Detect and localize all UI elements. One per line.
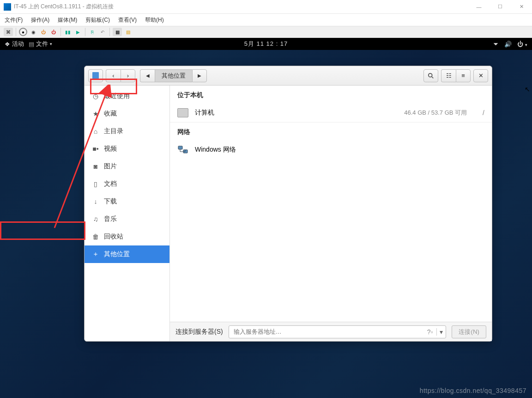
power-menu-icon[interactable]: ⏻ ▾ bbox=[517, 41, 527, 48]
list-item-computer[interactable]: 计算机 46.4 GB / 53.7 GB 可用 / bbox=[170, 103, 492, 122]
fm-content: 位于本机 计算机 46.4 GB / 53.7 GB 可用 / 网络 Windo… bbox=[170, 86, 492, 341]
video-icon: ■• bbox=[92, 145, 99, 153]
help-icon[interactable]: ?◦ bbox=[423, 328, 437, 336]
svg-line-1 bbox=[432, 76, 434, 78]
gnome-topbar: ❖ 活动 ▤ 文件 ▾ 5月 11 12 : 17 ⏷ 🔊 ⏻ ▾ bbox=[0, 38, 532, 50]
download-icon: ↓ bbox=[92, 198, 99, 205]
activities-icon: ❖ bbox=[5, 41, 10, 48]
camera-icon: ◙ bbox=[92, 163, 99, 170]
svg-rect-2 bbox=[178, 146, 182, 149]
plus-icon: ＋ bbox=[92, 250, 99, 258]
sidebar-item-pictures[interactable]: ◙图片 bbox=[85, 158, 169, 175]
path-next[interactable]: ▶ bbox=[192, 69, 207, 82]
sidebar-item-music[interactable]: ♫音乐 bbox=[85, 210, 169, 228]
computer-label: 计算机 bbox=[195, 109, 214, 117]
window-close-button[interactable]: ✕ bbox=[473, 69, 488, 82]
list-item-windows-network[interactable]: Windows 网络 bbox=[170, 140, 492, 159]
toolbar: ⌘ ● ◉ ⏻ ⏻ ▮▮ ▶ ⎘ ↶ ▦ ▤ bbox=[0, 26, 532, 38]
vm-display: ❖ 活动 ▤ 文件 ▾ 5月 11 12 : 17 ⏷ 🔊 ⏻ ▾ bbox=[0, 38, 532, 398]
fm-places-icon[interactable] bbox=[88, 69, 103, 82]
clock[interactable]: 5月 11 12 : 17 bbox=[244, 40, 288, 48]
sidebar-item-recent[interactable]: ◷最近使用 bbox=[85, 87, 169, 105]
menu-media[interactable]: 媒体(M) bbox=[58, 16, 77, 24]
sidebar-item-starred[interactable]: ★收藏 bbox=[85, 105, 169, 122]
files-icon: ▤ bbox=[29, 41, 34, 48]
back-button[interactable]: ‹ bbox=[106, 69, 121, 82]
star-icon: ★ bbox=[92, 110, 99, 117]
connect-label: 连接到服务器(S) bbox=[175, 328, 223, 336]
menu-file[interactable]: 文件(F) bbox=[5, 16, 23, 24]
power-icon[interactable]: ⏻ bbox=[49, 28, 58, 36]
fm-header: ‹ › ◀ 其他位置 ▶ ☷ ≡ ✕ bbox=[85, 66, 492, 86]
network-icon bbox=[177, 145, 188, 154]
path-bar: ◀ 其他位置 ▶ bbox=[140, 69, 207, 82]
connect-button[interactable]: 连接(N) bbox=[452, 325, 486, 338]
menu-action[interactable]: 操作(A) bbox=[31, 16, 49, 24]
windows-network-label: Windows 网络 bbox=[195, 146, 236, 154]
ctrl-alt-del-icon[interactable]: ⌘ bbox=[4, 28, 13, 36]
music-icon: ♫ bbox=[92, 215, 99, 223]
start-icon[interactable]: ● bbox=[19, 28, 27, 36]
list-view-button[interactable]: ☷ bbox=[441, 69, 456, 82]
enhanced-icon[interactable]: ▦ bbox=[113, 28, 122, 36]
checkpoint-icon[interactable]: ⎘ bbox=[88, 28, 97, 36]
sidebar-item-documents[interactable]: ▯文档 bbox=[85, 175, 169, 193]
window-titlebar: IT-45 上的 CentOs8.1.1911 - 虚拟机连接 — ☐ ✕ bbox=[0, 0, 532, 14]
app-icon bbox=[4, 3, 11, 11]
sidebar-item-home[interactable]: ⌂主目录 bbox=[85, 122, 169, 140]
path-current[interactable]: 其他位置 bbox=[155, 69, 192, 82]
network-section-header: 网络 bbox=[170, 122, 492, 140]
close-button[interactable]: ✕ bbox=[511, 0, 532, 14]
stop-icon[interactable]: ◉ bbox=[29, 28, 37, 36]
guest-desktop[interactable]: ❖ 活动 ▤ 文件 ▾ 5月 11 12 : 17 ⏷ 🔊 ⏻ ▾ bbox=[0, 38, 532, 398]
volume-icon[interactable]: 🔊 bbox=[504, 41, 512, 48]
search-button[interactable] bbox=[423, 69, 438, 82]
share-icon[interactable]: ▤ bbox=[124, 28, 132, 36]
local-section-header: 位于本机 bbox=[170, 86, 492, 103]
watermark: https://blog.csdn.net/qq_33498457 bbox=[420, 387, 526, 394]
server-address-wrap: ?◦ ▾ bbox=[229, 325, 447, 338]
maximize-button[interactable]: ☐ bbox=[490, 0, 511, 14]
svg-point-0 bbox=[429, 73, 432, 77]
play-icon[interactable]: ▶ bbox=[74, 28, 82, 36]
fm-footer: 连接到服务器(S) ?◦ ▾ 连接(N) bbox=[170, 322, 492, 341]
address-history-dropdown[interactable]: ▾ bbox=[437, 328, 446, 336]
shutdown-icon[interactable]: ⏻ bbox=[39, 28, 48, 36]
home-icon: ⌂ bbox=[92, 128, 99, 135]
fm-body: ◷最近使用 ★收藏 ⌂主目录 ■•视频 ◙图片 ▯文档 ↓下载 ♫音乐 🗑回收站… bbox=[85, 86, 492, 341]
pause-icon[interactable]: ▮▮ bbox=[64, 28, 72, 36]
app-menu[interactable]: ▤ 文件 ▾ bbox=[29, 40, 52, 48]
sidebar-item-trash[interactable]: 🗑回收站 bbox=[85, 228, 169, 245]
activities-button[interactable]: ❖ 活动 bbox=[5, 40, 24, 48]
network-icon[interactable]: ⏷ bbox=[493, 41, 499, 48]
window-title: IT-45 上的 CentOs8.1.1911 - 虚拟机连接 bbox=[14, 3, 468, 11]
document-icon: ▯ bbox=[92, 180, 99, 188]
storage-text: 46.4 GB / 53.7 GB 可用 bbox=[404, 109, 467, 117]
sidebar-item-videos[interactable]: ■•视频 bbox=[85, 140, 169, 158]
trash-icon: 🗑 bbox=[92, 233, 99, 240]
menubar: 文件(F) 操作(A) 媒体(M) 剪贴板(C) 查看(V) 帮助(H) bbox=[0, 14, 532, 26]
chevron-down-icon: ▾ bbox=[50, 42, 52, 46]
minimize-button[interactable]: — bbox=[468, 0, 490, 14]
file-manager-window: ‹ › ◀ 其他位置 ▶ ☷ ≡ ✕ bbox=[84, 66, 492, 342]
forward-button[interactable]: › bbox=[121, 69, 135, 82]
sidebar-item-downloads[interactable]: ↓下载 bbox=[85, 193, 169, 210]
mouse-cursor: ↖ bbox=[525, 86, 530, 93]
menu-help[interactable]: 帮助(H) bbox=[145, 16, 164, 24]
menu-view[interactable]: 查看(V) bbox=[118, 16, 137, 24]
annotation-box-other-locations bbox=[0, 221, 85, 240]
clock-icon: ◷ bbox=[92, 92, 99, 100]
menu-clipboard[interactable]: 剪贴板(C) bbox=[85, 16, 110, 24]
drive-icon bbox=[177, 108, 188, 117]
path-prev[interactable]: ◀ bbox=[140, 69, 155, 82]
server-address-input[interactable] bbox=[229, 328, 423, 335]
window-controls: — ☐ ✕ bbox=[468, 0, 532, 14]
view-options-button[interactable]: ≡ bbox=[456, 69, 471, 82]
revert-icon[interactable]: ↶ bbox=[98, 28, 107, 36]
sidebar-item-other-locations[interactable]: ＋其他位置 bbox=[85, 245, 169, 263]
path-text: / bbox=[483, 109, 484, 116]
fm-sidebar: ◷最近使用 ★收藏 ⌂主目录 ■•视频 ◙图片 ▯文档 ↓下载 ♫音乐 🗑回收站… bbox=[85, 86, 170, 341]
